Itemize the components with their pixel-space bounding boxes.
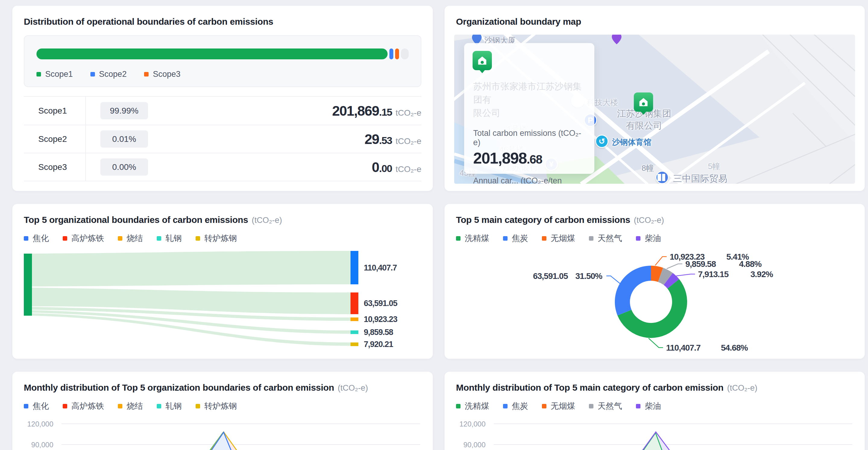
popup-total-int: 201,898 [473,149,527,167]
map-label-trade-line1: 三中国际贸易 [673,172,727,184]
monthly-org-legend: 焦化 高炉炼铁 烧结 轧钢 转炉炼钢 [24,400,421,412]
legend-item[interactable]: 轧钢 [157,400,182,412]
legend-swatch [589,236,593,241]
legend-item[interactable]: 高炉炼铁 [63,400,104,412]
bar-track-remainder [401,49,409,59]
legend-item[interactable]: 洗精煤 [456,400,489,412]
boundary-map-card: Organizational boundary map [444,6,865,191]
sankey-source-node[interactable] [24,254,32,316]
legend-swatch [542,236,547,241]
legend-item[interactable]: 无烟煤 [542,400,575,412]
legend-item[interactable]: 烧结 [118,400,143,412]
scope3-bar-segment[interactable] [395,49,399,59]
legend-item[interactable]: 无烟煤 [542,233,575,244]
legend-swatch [157,236,161,241]
legend-label: 焦炭 [512,400,528,412]
value-int: 201,869 [332,103,379,119]
map-label-company-line2: 有限公司 [599,120,689,132]
legend-swatch [456,404,461,409]
sankey-node-jiaohua[interactable] [350,251,358,284]
legend-item-scope1[interactable]: Scope1 [36,70,73,79]
purple-pin-icon[interactable] [612,35,622,44]
legend-label: 洗精煤 [465,233,489,244]
legend-item[interactable]: 焦化 [24,400,49,412]
legend-item[interactable]: 焦炭 [503,400,528,412]
stadium-icon[interactable]: ↺ [595,135,609,148]
card-unit: (tCO₂-e) [727,383,757,393]
legend-swatch [118,404,122,409]
legend-item-scope3[interactable]: Scope3 [144,70,181,79]
map-label-stadium: 沙钢体育馆 [612,137,651,148]
sankey-value-label: 63,591.05 [364,299,398,308]
trade-building-icon[interactable]: ▊▋ [655,171,669,184]
sankey-node-zhagang[interactable] [350,330,358,334]
scope2-bar-segment[interactable] [390,49,393,59]
top5-category-donut-card: Top 5 main category of carbon emissions … [444,204,865,359]
legend-item[interactable]: 转炉炼钢 [195,233,237,244]
value-int: 0 [372,159,379,175]
sankey-node-gaolu[interactable] [350,292,358,314]
legend-label: 焦化 [33,400,49,412]
legend-item[interactable]: 天然气 [589,400,622,412]
y-tick: 120,000 [459,420,486,428]
donut-label-pct: 4.88% [739,259,762,269]
legend-item[interactable]: 柴油 [636,233,661,244]
legend-swatch [195,404,200,409]
legend-swatch [589,404,593,409]
monthly-boundaries-chart-card: Monthly distribution of Top 5 organizati… [12,372,433,450]
row-label: Scope2 [24,125,86,153]
monthly-cat-line-chart[interactable]: 120,000 90,000 60,000 [456,417,854,450]
legend-item[interactable]: 焦炭 [503,233,528,244]
sankey-legend: 焦化 高炉炼铁 烧结 轧钢 转炉炼钢 [24,233,421,244]
donut-label-pct: 3.92% [750,269,773,279]
sankey-chart[interactable]: 110,407.7 63,591.05 10,923.23 9,859.58 7… [24,247,422,351]
leader-line [607,276,620,284]
legend-item[interactable]: 洗精煤 [456,233,489,244]
value-dec: .15 [379,106,392,118]
sankey-value-label: 7,920.21 [364,340,393,349]
legend-label: 焦化 [33,233,49,244]
popup-total-label: Total carbon emissions (tCO₂-e) [473,129,585,147]
legend-label: 高炉炼铁 [71,233,104,244]
scope1-bar-segment[interactable] [36,49,388,59]
donut-label-value: 7,913.15 [698,269,728,279]
legend-item-scope2[interactable]: Scope2 [90,70,127,79]
site-info-popup: 苏州市张家港市江苏沙钢集团有 限公司 Total carbon emission… [464,43,594,174]
monthly-org-line-chart[interactable]: 120,000 90,000 60,000 [24,417,422,450]
sankey-node-zhuanlu[interactable] [350,343,358,346]
donut-slice-jiaotan[interactable] [615,266,651,315]
legend-label: 轧钢 [165,233,182,244]
legend-item[interactable]: 焦化 [24,233,49,244]
legend-label: 无烟煤 [551,233,575,244]
map[interactable]: 1号楼 46号楼 45幢 江苏银行 ¥ 沙钢大厦 江苏沙钢集团 有限公司 科技大… [454,35,855,184]
legend-item[interactable]: 轧钢 [157,233,182,244]
legend-label: 高炉炼铁 [71,400,104,412]
legend-swatch [542,404,547,409]
legend-label: 转炉炼钢 [204,400,237,412]
sankey-value-label: 110,407.7 [364,263,397,272]
legend-swatch [36,72,41,76]
legend-item[interactable]: 天然气 [589,233,622,244]
sankey-flow[interactable] [32,251,350,286]
card-title: Top 5 main category of carbon emissions [456,215,630,225]
card-title: Monthly distribution of Top 5 organizati… [24,383,334,393]
legend-item[interactable]: 柴油 [636,400,661,412]
selected-site-marker-icon[interactable] [634,93,653,112]
sankey-node-shaojie[interactable] [350,318,358,321]
donut-chart[interactable]: 10,923.23 5.41% 9,859.58 4.88% 7,913.15 … [456,247,853,355]
leader-line [655,257,667,265]
monthly-cat-legend: 洗精煤 焦炭 无烟煤 天然气 柴油 [456,400,853,412]
y-tick: 90,000 [464,441,486,449]
legend-label: 柴油 [645,400,661,412]
legend-item[interactable]: 高炉炼铁 [63,233,104,244]
card-title: Organizational boundary map [456,17,581,27]
legend-label: 烧结 [127,400,143,412]
map-label-building5: 5幢 [708,161,720,172]
legend-item[interactable]: 转炉炼钢 [195,400,237,412]
legend-swatch [456,236,461,241]
dashboard-page: Distribution of operational boundaries o… [0,0,868,450]
legend-swatch [63,404,67,409]
legend-label: Scope1 [45,70,73,79]
legend-item[interactable]: 烧结 [118,233,143,244]
donut-label-value: 9,859.58 [685,259,716,269]
